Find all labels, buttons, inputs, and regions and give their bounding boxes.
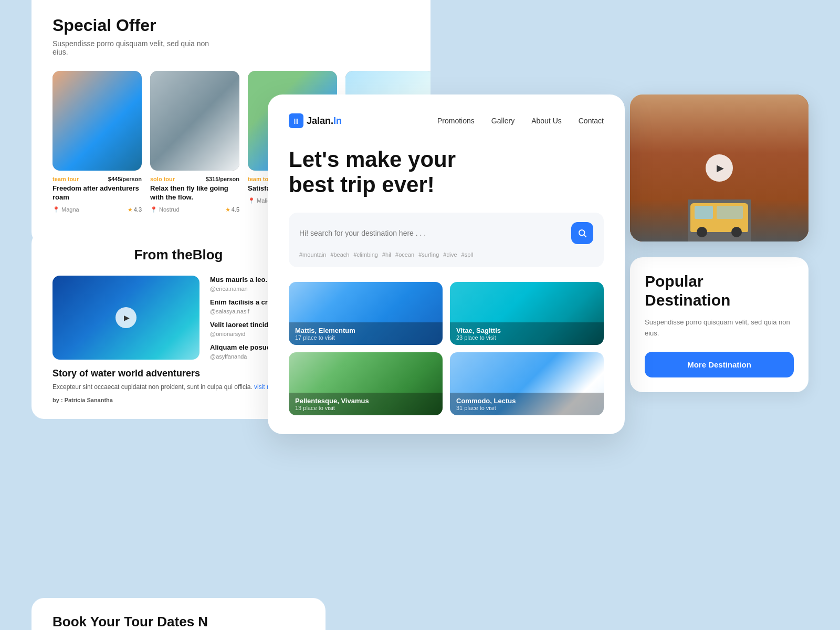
- blog-section-title: From theBlog: [52, 247, 304, 263]
- destination-pellentesque[interactable]: Pellentesque, Vivamus 13 place to visit: [289, 352, 443, 415]
- hero-video-card[interactable]: ▶: [630, 94, 808, 242]
- blog-title: Story of water world adventurers: [52, 368, 304, 379]
- tag-spll[interactable]: #spll: [461, 251, 474, 258]
- destination-mattis[interactable]: Mattis, Elementum 17 place to visit: [289, 282, 443, 345]
- special-offer-title: Special Offer: [52, 16, 410, 35]
- video-play-button[interactable]: ▶: [706, 154, 733, 182]
- blog-video[interactable]: [52, 276, 200, 360]
- site-logo[interactable]: ||| Jalan.In: [289, 113, 342, 128]
- tour-rating: ★4.5: [225, 206, 239, 213]
- dest-count: 13 place to visit: [295, 405, 436, 411]
- blog-by: by : Patricia Sanantha: [52, 397, 304, 403]
- book-tour-section: Book Your Tour Dates N: [32, 598, 326, 630]
- more-destination-button[interactable]: More Destination: [645, 352, 794, 377]
- svg-point-0: [579, 230, 585, 236]
- search-input[interactable]: [299, 229, 566, 237]
- tag-mountain[interactable]: #mountain: [299, 251, 326, 258]
- dest-label: Mattis, Elementum 17 place to visit: [289, 322, 443, 345]
- blog-desc: Excepteur sint occaecat cupidatat non pr…: [52, 382, 304, 392]
- dest-name: Vitae, Sagittis: [456, 327, 597, 334]
- dest-name: Mattis, Elementum: [295, 327, 436, 334]
- dest-count: 17 place to visit: [295, 334, 436, 341]
- search-tags: #mountain #beach #climbing #hil #ocean #…: [299, 251, 593, 258]
- table-row[interactable]: solo tour $315/person Relax then fly lik…: [150, 71, 239, 213]
- tag-beach[interactable]: #beach: [330, 251, 349, 258]
- popular-destination-desc: Suspendisse porro quisquam velit, sed qu…: [645, 317, 794, 339]
- logo-icon: |||: [289, 113, 303, 128]
- search-button[interactable]: [571, 222, 593, 244]
- search-input-row: [299, 222, 593, 244]
- tag-hil[interactable]: #hil: [382, 251, 391, 258]
- svg-line-1: [584, 235, 586, 237]
- destination-commodo[interactable]: Commodo, Lectus 31 place to visit: [450, 352, 604, 415]
- blog-main-content: Story of water world adventurers Excepte…: [52, 368, 304, 403]
- tour-rating: ★4.3: [128, 206, 142, 213]
- dest-name: Commodo, Lectus: [456, 397, 597, 405]
- play-button[interactable]: [116, 307, 136, 328]
- popular-destination-title: PopularDestination: [645, 272, 794, 310]
- right-panel: ▶ PopularDestination Suspendisse porro q…: [630, 94, 808, 392]
- book-tour-title: Book Your Tour Dates N: [52, 614, 304, 630]
- table-row[interactable]: team tour $445/person Freedom after adve…: [52, 71, 142, 213]
- search-box: #mountain #beach #climbing #hil #ocean #…: [289, 213, 604, 267]
- nav-promotions[interactable]: Promotions: [437, 117, 475, 125]
- tour-type-label: team tour: [52, 176, 79, 182]
- tag-dive[interactable]: #dive: [443, 251, 457, 258]
- tag-climbing[interactable]: #climbing: [353, 251, 377, 258]
- logo-text: Jalan.In: [307, 116, 342, 127]
- tour-name: Relax then fly like going with the flow.: [150, 184, 239, 202]
- tag-surfing[interactable]: #surfing: [418, 251, 439, 258]
- hero-headline: Let's make yourbest trip ever!: [289, 147, 530, 198]
- dest-count: 31 place to visit: [456, 405, 597, 411]
- tour-location: 📍 Nostrud: [150, 206, 180, 213]
- dest-label: Pellentesque, Vivamus 13 place to visit: [289, 393, 443, 415]
- destinations-grid: Mattis, Elementum 17 place to visit Vita…: [289, 282, 604, 415]
- nav-links: Promotions Gallery About Us Contact: [437, 117, 604, 125]
- destination-vitae[interactable]: Vitae, Sagittis 23 place to visit: [450, 282, 604, 345]
- nav-gallery[interactable]: Gallery: [491, 117, 514, 125]
- blog-main: Mus mauris a leo. @erica.naman Enim faci…: [52, 276, 304, 360]
- navbar: ||| Jalan.In Promotions Gallery About Us…: [289, 113, 604, 128]
- nav-contact[interactable]: Contact: [579, 117, 604, 125]
- dest-count: 23 place to visit: [456, 334, 597, 341]
- popular-destination-card: PopularDestination Suspendisse porro qui…: [630, 257, 808, 392]
- main-hero-card: ||| Jalan.In Promotions Gallery About Us…: [268, 94, 625, 434]
- tour-price: $315/person: [206, 176, 239, 182]
- dest-name: Pellentesque, Vivamus: [295, 397, 436, 405]
- special-offer-subtitle: Suspendisse porro quisquam velit, sed qu…: [52, 39, 210, 56]
- tour-name: Freedom after adventurers roam: [52, 184, 142, 202]
- tag-ocean[interactable]: #ocean: [395, 251, 414, 258]
- tour-price: $445/person: [108, 176, 142, 182]
- tour-type-label: solo tour: [150, 176, 175, 182]
- nav-about-us[interactable]: About Us: [531, 117, 562, 125]
- dest-label: Commodo, Lectus 31 place to visit: [450, 393, 604, 415]
- dest-label: Vitae, Sagittis 23 place to visit: [450, 322, 604, 345]
- tour-location: 📍 Magna: [52, 206, 79, 213]
